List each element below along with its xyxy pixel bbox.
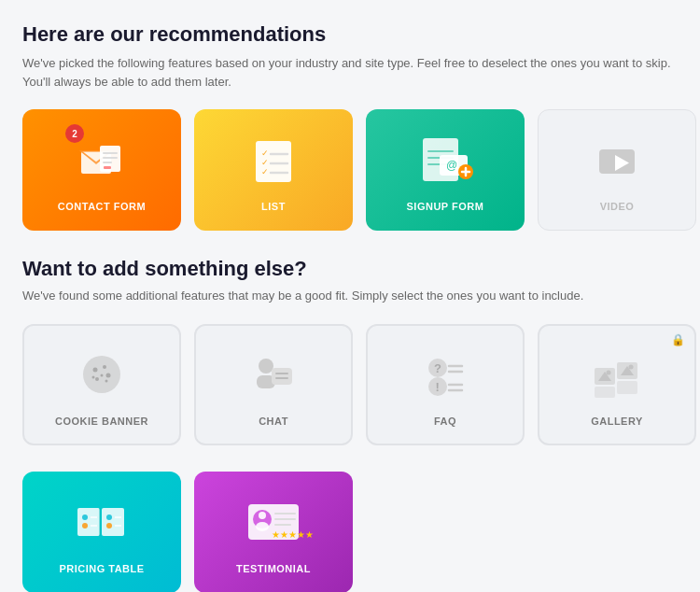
svg-point-51: [607, 371, 611, 375]
card-list[interactable]: ✓ ✓ ✓ LIST: [194, 109, 353, 231]
svg-point-70: [259, 512, 266, 519]
contact-form-svg: [74, 133, 130, 189]
card-pricing-table[interactable]: PRICING TABLE: [22, 472, 181, 593]
svg-rect-58: [102, 508, 124, 536]
pricing-table-label: PRICING TABLE: [59, 563, 144, 574]
additional-title: Want to add something else?: [22, 257, 678, 281]
card-testimonial[interactable]: ★★★★★ TESTIMONIAL: [194, 472, 353, 593]
svg-point-30: [105, 374, 110, 378]
card-signup-form[interactable]: @ SIGNUP FORM: [366, 109, 525, 231]
additional-cards-row-1: COOKIE BANNER CHAT ?: [22, 324, 678, 445]
chat-svg: [245, 347, 301, 403]
testimonial-svg: ★★★★★: [244, 495, 304, 551]
signup-form-label: SIGNUP FORM: [407, 201, 484, 212]
card-cookie-banner[interactable]: COOKIE BANNER: [22, 324, 181, 445]
svg-text:@: @: [446, 159, 457, 172]
page-title: Here are our recommendations: [22, 22, 678, 47]
svg-rect-55: [595, 387, 615, 398]
svg-text:✓: ✓: [261, 167, 269, 176]
chat-label: CHAT: [259, 416, 288, 427]
card-contact-form[interactable]: 2 CONTACT FORM: [22, 109, 181, 231]
page-subtitle: We've picked the following features base…: [22, 54, 678, 91]
svg-point-33: [91, 376, 94, 379]
gallery-svg: [589, 349, 645, 401]
svg-point-60: [82, 514, 88, 520]
svg-point-65: [106, 523, 112, 529]
gallery-icon-wrap: [584, 343, 650, 408]
signup-form-svg: @: [415, 131, 476, 191]
svg-text:!: !: [436, 380, 440, 394]
pricing-table-svg: [74, 497, 130, 548]
recommended-cards-row: 2 CONTACT FORM: [22, 109, 678, 231]
faq-svg: ? !: [417, 347, 473, 403]
video-svg: [592, 135, 643, 187]
chat-icon-wrap: [241, 343, 306, 408]
svg-rect-57: [77, 508, 100, 536]
additional-cards-row-2: PRICING TABLE ★★★★★ TESTIMONIAL: [22, 472, 678, 593]
gallery-lock-icon: 🔒: [671, 333, 685, 346]
svg-rect-37: [272, 368, 292, 385]
svg-point-32: [100, 374, 103, 377]
svg-point-34: [105, 380, 107, 383]
video-label: VIDEO: [600, 201, 635, 212]
list-icon-wrap: ✓ ✓ ✓: [241, 128, 306, 193]
testimonial-icon-wrap: ★★★★★: [241, 490, 306, 556]
contact-form-icon-wrap: 2: [69, 128, 134, 193]
contact-form-label: CONTACT FORM: [58, 201, 146, 212]
faq-icon-wrap: ? !: [413, 343, 478, 408]
svg-rect-8: [104, 166, 111, 169]
cookie-banner-svg: [77, 349, 128, 401]
card-video[interactable]: VIDEO: [538, 109, 696, 231]
card-faq[interactable]: ? ! FAQ: [366, 324, 525, 445]
svg-point-29: [103, 365, 106, 369]
additional-section: Want to add something else? We've found …: [22, 257, 678, 305]
svg-point-61: [82, 523, 88, 529]
svg-point-31: [95, 377, 99, 381]
cookie-banner-label: COOKIE BANNER: [55, 416, 148, 427]
signup-form-icon-wrap: @: [413, 128, 478, 193]
list-label: LIST: [261, 201, 286, 212]
pricing-table-icon-wrap: [69, 490, 134, 556]
card-gallery[interactable]: 🔒 GALLERY: [538, 324, 696, 445]
list-svg: ✓ ✓ ✓: [248, 135, 300, 187]
additional-subtitle: We've found some additional features tha…: [22, 287, 678, 305]
svg-text:★★★★★: ★★★★★: [272, 529, 314, 540]
svg-point-64: [106, 514, 112, 520]
svg-point-28: [92, 368, 97, 373]
faq-label: FAQ: [434, 416, 456, 427]
svg-text:?: ?: [434, 361, 441, 375]
contact-form-badge: 2: [65, 124, 84, 143]
svg-text:✓: ✓: [261, 148, 269, 158]
video-icon-wrap: [584, 128, 650, 193]
svg-text:✓: ✓: [261, 158, 269, 167]
card-chat[interactable]: CHAT: [194, 324, 353, 445]
svg-rect-56: [617, 381, 637, 394]
svg-point-54: [629, 365, 634, 370]
testimonial-label: TESTIMONIAL: [236, 563, 311, 574]
svg-point-71: [256, 522, 269, 531]
svg-point-35: [259, 359, 273, 374]
cookie-banner-icon-wrap: [69, 343, 134, 408]
gallery-label: GALLERY: [591, 416, 643, 427]
